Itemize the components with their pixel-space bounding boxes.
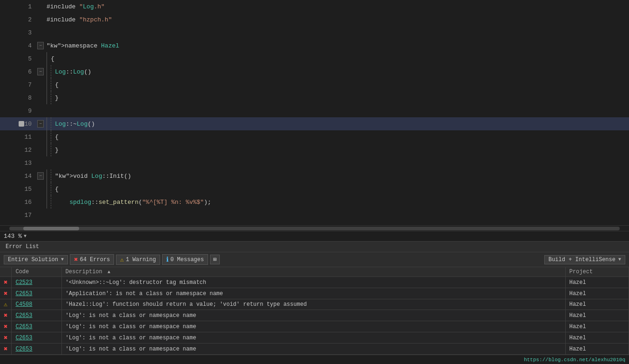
code-line: 8} <box>0 91 629 104</box>
table-row[interactable]: ✖C2653'Log': is not a class or namespace… <box>0 332 629 344</box>
table-row[interactable]: ✖C2653'Application': is not a class or n… <box>0 288 629 299</box>
row-code-cell[interactable]: C4508 <box>12 299 61 310</box>
error-row-icon: ✖ <box>4 345 7 353</box>
error-code-link[interactable]: C2653 <box>15 324 32 330</box>
scrollbar-track <box>9 227 620 230</box>
collapse-btn[interactable]: − <box>37 68 44 75</box>
indent-dashed-line <box>51 130 51 143</box>
row-project-cell: Hazel <box>565 299 629 310</box>
zoom-indicator: 143 % ▼ <box>4 233 27 240</box>
zoom-dropdown-icon[interactable]: ▼ <box>24 234 27 239</box>
code-line: 13 <box>0 156 629 169</box>
code-line: 15{ <box>0 182 629 195</box>
indent-dashed-line <box>51 78 51 91</box>
code-line: 16 spdlog::set_pattern("%^[%T] %n: %v%$"… <box>0 195 629 209</box>
line-content: "kw">namespace Hazel <box>45 42 625 49</box>
collapse-area: − <box>37 172 45 180</box>
error-code-link[interactable]: C2523 <box>15 279 32 286</box>
collapse-btn[interactable]: − <box>37 42 44 49</box>
line-number: 3 <box>28 29 32 36</box>
line-content: { <box>49 55 625 62</box>
row-code-cell[interactable]: C2523 <box>12 277 61 288</box>
indent-dashed-line <box>51 195 51 209</box>
error-code-link[interactable]: C2653 <box>15 290 32 297</box>
row-description-cell: 'Log': is not a class or namespace name <box>61 321 565 332</box>
info-filter-icon: ℹ <box>166 256 169 263</box>
error-code-link[interactable]: C4508 <box>15 301 32 308</box>
error-list-panel: Error List Entire Solution ▼ ✖ 64 Errors… <box>0 241 629 355</box>
line-number: 7 <box>28 81 32 88</box>
code-line: 1#include "Log.h" <box>0 0 629 13</box>
line-number: 15 <box>24 186 32 193</box>
col-project-header[interactable]: Project <box>565 267 629 277</box>
col-description-header[interactable]: Description ▲ <box>61 267 565 277</box>
table-row[interactable]: ⚠C4508'Hazel::Log': function should retu… <box>0 299 629 310</box>
row-code-cell[interactable]: C2653 <box>12 321 61 332</box>
row-code-cell[interactable]: C2653 <box>12 332 61 344</box>
error-code-link[interactable]: C2653 <box>15 312 32 319</box>
table-row[interactable]: ✖C2653'Log': is not a class or namespace… <box>0 321 629 332</box>
row-icon-cell: ✖ <box>0 344 12 355</box>
filter-icon: ⊞ <box>213 256 216 263</box>
line-number-gutter: 12 <box>0 147 37 154</box>
indent-line <box>47 195 47 209</box>
row-icon-cell: ✖ <box>0 321 12 332</box>
line-number-gutter: 13 <box>0 160 37 167</box>
error-table: Code Description ▲ Project ✖C2523'<Unkno… <box>0 267 629 355</box>
error-toolbar: Entire Solution ▼ ✖ 64 Errors ⚠ 1 Warnin… <box>0 252 629 267</box>
build-dropdown-arrow: ▼ <box>618 257 621 262</box>
row-code-cell[interactable]: C2653 <box>12 288 61 299</box>
table-row[interactable]: ✖C2653'Log': is not a class or namespace… <box>0 310 629 321</box>
indent-dashed-line <box>51 117 51 130</box>
line-content <box>45 160 625 167</box>
collapse-btn[interactable]: − <box>37 172 44 180</box>
line-number: 8 <box>28 94 32 101</box>
code-line: 10−Log::~Log() <box>0 117 629 130</box>
col-code-header[interactable]: Code <box>12 267 61 277</box>
row-description-cell: 'Hazel::Log': function should return a v… <box>61 299 565 310</box>
build-intellisense-dropdown[interactable]: Build + IntelliSense ▼ <box>544 255 625 264</box>
error-row-icon: ✖ <box>4 279 7 286</box>
line-number-gutter: 17 <box>0 212 37 219</box>
line-number-gutter: 3 <box>0 29 37 36</box>
code-line: 14−"kw">void Log::Init() <box>0 169 629 182</box>
scope-dropdown[interactable]: Entire Solution ▼ <box>4 255 68 264</box>
build-filter-label: Build + IntelliSense <box>548 256 615 263</box>
error-code-link[interactable]: C2653 <box>15 346 32 352</box>
line-content: spdlog::set_pattern("%^[%T] %n: %v%$"); <box>53 199 625 206</box>
table-row[interactable]: ✖C2653'Log': is not a class or namespace… <box>0 344 629 355</box>
line-content: { <box>53 186 625 193</box>
errors-filter-btn[interactable]: ✖ 64 Errors <box>70 254 114 265</box>
line-number: 17 <box>24 212 32 219</box>
row-project-cell: Hazel <box>565 321 629 332</box>
row-description-cell: 'Log': is not a class or namespace name <box>61 310 565 321</box>
indent-line <box>47 65 47 78</box>
collapse-btn[interactable]: − <box>37 120 44 128</box>
row-code-cell[interactable]: C2653 <box>12 310 61 321</box>
scrollbar-thumb[interactable] <box>23 227 79 230</box>
horizontal-scrollbar[interactable] <box>0 225 629 231</box>
indent-line <box>47 78 47 91</box>
error-row-icon: ✖ <box>4 334 7 342</box>
indent-dashed-line <box>51 65 51 78</box>
editor-area: 1#include "Log.h"2#include "hzpch.h"3 4−… <box>0 0 629 241</box>
row-code-cell[interactable]: C2653 <box>12 344 61 355</box>
warnings-filter-btn[interactable]: ⚠ 1 Warning <box>116 255 160 265</box>
line-content: } <box>53 147 625 154</box>
url-display: https://blog.csdn.net/alexhu2010q <box>524 357 625 363</box>
indent-dashed-line <box>51 182 51 195</box>
line-number-gutter: 6 <box>0 68 37 75</box>
scope-dropdown-arrow: ▼ <box>61 257 64 262</box>
filter-icon-btn[interactable]: ⊞ <box>210 255 220 264</box>
table-row[interactable]: ✖C2523'<Unknown>::~Log': destructor tag … <box>0 277 629 288</box>
warning-row-icon: ⚠ <box>4 301 7 308</box>
line-number-gutter: 9 <box>0 108 37 115</box>
line-content: } <box>53 94 625 101</box>
row-project-cell: Hazel <box>565 277 629 288</box>
indent-dashed-line <box>51 169 51 182</box>
messages-filter-btn[interactable]: ℹ 0 Messages <box>162 254 208 265</box>
error-table-container: Code Description ▲ Project ✖C2523'<Unkno… <box>0 267 629 355</box>
row-icon-cell: ✖ <box>0 332 12 344</box>
error-code-link[interactable]: C2653 <box>15 335 32 341</box>
line-number-gutter: 11 <box>0 134 37 141</box>
